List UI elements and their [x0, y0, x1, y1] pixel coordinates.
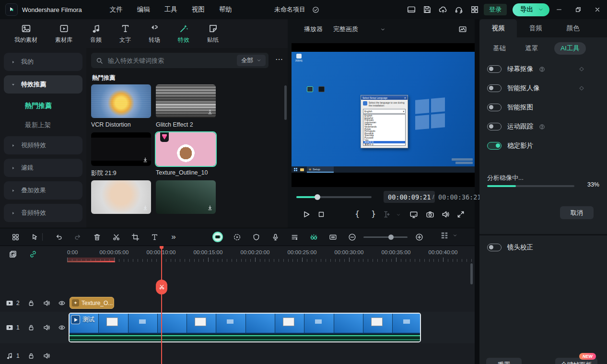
- subtab-mask[interactable]: 遮罩: [525, 44, 538, 53]
- more-options-button[interactable]: ⋯: [275, 55, 284, 64]
- tab-transition[interactable]: 转场: [149, 23, 160, 44]
- support-headset-icon[interactable]: [455, 5, 463, 14]
- timeline-scrollbar[interactable]: [470, 263, 473, 284]
- toggle-switch[interactable]: [487, 84, 502, 92]
- reset-button[interactable]: 重置: [486, 358, 522, 364]
- crop-icon[interactable]: [129, 231, 141, 243]
- volume-icon[interactable]: [441, 210, 450, 219]
- mute-speaker-icon[interactable]: [43, 324, 50, 331]
- lock-icon[interactable]: [27, 299, 35, 307]
- tab-color[interactable]: 颜色: [554, 19, 592, 37]
- zoom-out-icon[interactable]: [346, 231, 358, 243]
- auto-fit-icon[interactable]: [327, 231, 339, 243]
- select-tool-icon[interactable]: [29, 231, 40, 243]
- effect-thumbnail[interactable]: [91, 180, 151, 214]
- effect-clip[interactable]: ✦ Texture_O...: [70, 297, 114, 309]
- lock-icon[interactable]: [27, 352, 35, 360]
- marker-shield-icon[interactable]: [250, 231, 262, 243]
- mute-speaker-icon[interactable]: [43, 299, 50, 307]
- quality-dropdown[interactable]: 完整画质: [333, 25, 385, 34]
- effect-card[interactable]: Texture_Outline_10: [156, 132, 216, 180]
- split-scissors-icon[interactable]: [110, 231, 122, 243]
- text-tool-icon[interactable]: [149, 231, 160, 243]
- category-1[interactable]: 特效推薦: [4, 75, 82, 94]
- effect-thumbnail[interactable]: [156, 132, 216, 166]
- toggle-switch[interactable]: [487, 65, 502, 73]
- toggle-switch[interactable]: [487, 104, 502, 111]
- search-bar[interactable]: 全部: [91, 53, 268, 68]
- undo-icon[interactable]: [53, 231, 64, 243]
- toggle-switch[interactable]: [487, 142, 502, 150]
- effect-thumbnail[interactable]: [156, 180, 216, 214]
- render-queue-icon[interactable]: [289, 231, 300, 243]
- timeline-ruler[interactable]: 00:00:0000:00:05:0000:00:10:0000:00:15:0…: [67, 246, 475, 262]
- menu-item-4[interactable]: 帮助: [219, 5, 232, 14]
- tab-audio[interactable]: 音频: [517, 19, 554, 37]
- save-icon[interactable]: [423, 5, 432, 14]
- category-3[interactable]: 濾鏡: [4, 159, 82, 177]
- effect-card[interactable]: 影院 21:9: [91, 132, 151, 180]
- login-button[interactable]: 登录: [484, 4, 507, 15]
- ar-glasses-icon[interactable]: [308, 231, 319, 243]
- timeline-zoom-slider[interactable]: [363, 236, 408, 238]
- play-button[interactable]: [302, 210, 311, 219]
- effect-thumbnail[interactable]: [91, 132, 151, 166]
- restore-button[interactable]: [569, 0, 588, 19]
- zoom-slider-handle[interactable]: [388, 235, 394, 240]
- cancel-button[interactable]: 取消: [560, 206, 594, 219]
- scopes-icon[interactable]: [458, 25, 467, 34]
- tab-stock[interactable]: 素材库: [55, 23, 72, 44]
- track-height-icon[interactable]: [440, 231, 449, 240]
- category-5[interactable]: 音頻特效: [4, 204, 82, 222]
- add-track-icon[interactable]: [9, 250, 17, 258]
- search-input[interactable]: [107, 57, 233, 65]
- playhead[interactable]: [161, 246, 162, 364]
- subtab-ai-tools[interactable]: AI工具: [554, 42, 586, 55]
- visibility-eye-icon[interactable]: [58, 324, 66, 331]
- mark-out-icon[interactable]: }: [371, 209, 376, 218]
- tab-video[interactable]: 视频: [479, 19, 517, 37]
- effect-card[interactable]: VCR Distortion: [91, 84, 151, 132]
- fullscreen-icon[interactable]: [456, 210, 465, 219]
- voiceover-mic-icon[interactable]: [269, 231, 281, 243]
- redo-icon[interactable]: [72, 231, 83, 243]
- scrubber-handle[interactable]: [315, 194, 320, 200]
- mark-in-icon[interactable]: {: [355, 209, 360, 218]
- menu-item-0[interactable]: 文件: [110, 5, 123, 14]
- playback-scrubber[interactable]: [296, 196, 372, 198]
- menu-item-1[interactable]: 编辑: [137, 5, 150, 14]
- display-output-icon[interactable]: [409, 210, 418, 219]
- cloud-upload-icon[interactable]: [439, 5, 447, 14]
- stop-button[interactable]: [317, 211, 325, 218]
- effects-scrollbar[interactable]: [284, 85, 287, 120]
- subcategory-1-0[interactable]: 熱門推薦: [4, 98, 82, 114]
- preview-render-icon[interactable]: [231, 231, 243, 243]
- menu-item-3[interactable]: 视图: [192, 5, 205, 14]
- chevron-down-icon[interactable]: [453, 233, 457, 238]
- visibility-eye-icon[interactable]: [58, 299, 66, 307]
- main-video-clip[interactable]: 测试: [69, 313, 421, 342]
- media-layout-icon[interactable]: [10, 231, 21, 243]
- layout-panel-icon[interactable]: [407, 5, 416, 14]
- close-button[interactable]: [588, 0, 607, 19]
- tab-audio[interactable]: 音频: [90, 23, 102, 44]
- snapshot-camera-icon[interactable]: [426, 210, 434, 219]
- export-button[interactable]: 导出: [513, 3, 549, 16]
- menu-item-2[interactable]: 工具: [164, 5, 177, 14]
- delete-icon[interactable]: [91, 231, 103, 243]
- more-tools-icon[interactable]: »: [168, 231, 179, 243]
- effect-thumbnail[interactable]: [91, 84, 151, 118]
- category-4[interactable]: 叠加效果: [4, 181, 82, 200]
- filter-dropdown[interactable]: 全部: [237, 55, 266, 66]
- mute-speaker-icon[interactable]: [43, 352, 50, 360]
- lock-icon[interactable]: [27, 324, 35, 331]
- effect-card[interactable]: [91, 180, 151, 228]
- link-clips-icon[interactable]: [29, 250, 37, 258]
- ai-assistant-icon[interactable]: [212, 231, 223, 243]
- lens-correction-toggle[interactable]: [487, 244, 502, 251]
- effect-card[interactable]: [156, 180, 216, 228]
- category-0[interactable]: 我的: [4, 53, 82, 71]
- minimize-button[interactable]: [549, 0, 569, 19]
- effect-card[interactable]: Glitch Effect 2: [156, 84, 216, 132]
- category-2[interactable]: 視頻特效: [4, 136, 82, 154]
